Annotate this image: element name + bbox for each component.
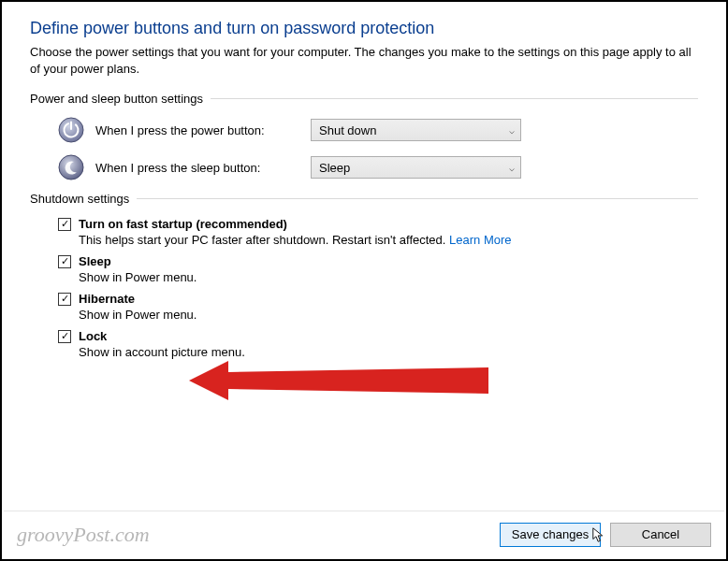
checkbox-hibernate[interactable] bbox=[58, 293, 71, 306]
chk-hibernate: Hibernate Show in Power menu. bbox=[58, 292, 698, 322]
section-header-buttons: Power and sleep button settings bbox=[30, 92, 698, 106]
checkbox-fast-startup[interactable] bbox=[58, 218, 71, 231]
power-button-value: Shut down bbox=[319, 123, 376, 137]
power-button-row: When I press the power button: Shut down… bbox=[58, 117, 698, 143]
chk-title: Sleep bbox=[79, 254, 111, 268]
content-area: Define power buttons and turn on passwor… bbox=[2, 2, 726, 376]
chevron-down-icon: ⌵ bbox=[509, 163, 515, 173]
page-intro: Choose the power settings that you want … bbox=[30, 44, 698, 77]
divider bbox=[211, 98, 698, 99]
checkbox-sleep[interactable] bbox=[58, 255, 71, 268]
shutdown-settings-group: Turn on fast startup (recommended) This … bbox=[30, 217, 698, 359]
button-settings-group: When I press the power button: Shut down… bbox=[30, 117, 698, 180]
section-label: Shutdown settings bbox=[30, 192, 137, 206]
chk-desc: This helps start your PC faster after sh… bbox=[79, 233, 698, 247]
section-header-shutdown: Shutdown settings bbox=[30, 192, 698, 206]
cancel-button[interactable]: Cancel bbox=[610, 523, 711, 547]
page-title: Define power buttons and turn on passwor… bbox=[30, 19, 698, 38]
power-icon bbox=[58, 117, 95, 143]
power-button-select[interactable]: Shut down ⌵ bbox=[311, 119, 521, 141]
power-button-label: When I press the power button: bbox=[95, 123, 311, 137]
chk-desc: Show in account picture menu. bbox=[79, 345, 698, 359]
save-changes-button[interactable]: Save changes bbox=[500, 523, 601, 547]
sleep-button-row: When I press the sleep button: Sleep ⌵ bbox=[58, 154, 698, 180]
chevron-down-icon: ⌵ bbox=[509, 125, 515, 136]
chk-desc: Show in Power menu. bbox=[79, 270, 698, 284]
chk-desc: Show in Power menu. bbox=[79, 308, 698, 322]
chk-title: Hibernate bbox=[79, 292, 135, 306]
chk-desc-text: This helps start your PC faster after sh… bbox=[79, 233, 445, 247]
sleep-button-value: Sleep bbox=[319, 161, 350, 175]
chk-sleep: Sleep Show in Power menu. bbox=[58, 254, 698, 284]
chk-title: Lock bbox=[79, 329, 107, 343]
footer: groovyPost.com Save changes Cancel bbox=[4, 511, 724, 557]
sleep-button-label: When I press the sleep button: bbox=[95, 161, 311, 175]
learn-more-link[interactable]: Learn More bbox=[449, 233, 511, 247]
chk-title: Turn on fast startup (recommended) bbox=[79, 217, 287, 231]
section-label: Power and sleep button settings bbox=[30, 92, 211, 106]
chk-fast-startup: Turn on fast startup (recommended) This … bbox=[58, 217, 698, 247]
checkbox-lock[interactable] bbox=[58, 330, 71, 343]
watermark: groovyPost.com bbox=[17, 523, 150, 547]
chk-lock: Lock Show in account picture menu. bbox=[58, 329, 698, 359]
divider bbox=[137, 198, 698, 199]
svg-point-3 bbox=[59, 155, 83, 180]
sleep-icon bbox=[58, 154, 95, 180]
window: Define power buttons and turn on passwor… bbox=[0, 0, 728, 561]
footer-buttons: Save changes Cancel bbox=[500, 523, 711, 547]
sleep-button-select[interactable]: Sleep ⌵ bbox=[311, 156, 521, 179]
